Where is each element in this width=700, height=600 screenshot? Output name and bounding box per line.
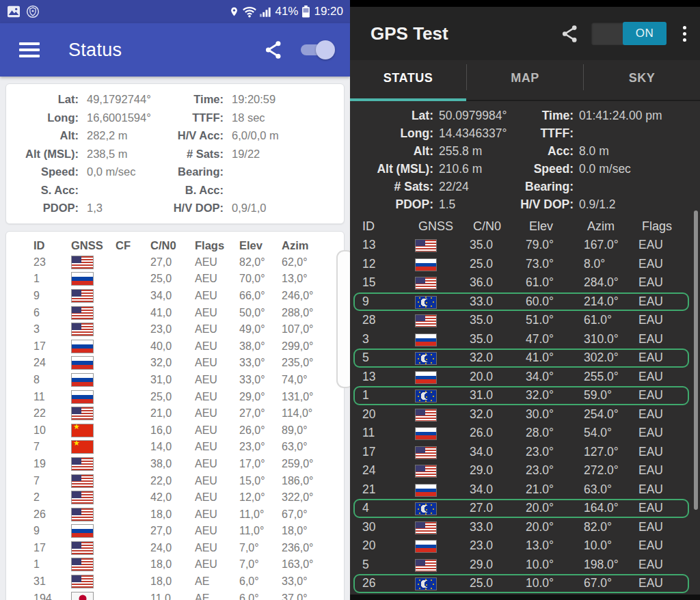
- sat-flags-cell: AEU: [195, 558, 239, 571]
- eu-flag-icon: [415, 577, 437, 590]
- ru-flag-icon: [71, 390, 94, 404]
- gnss-cell: [415, 538, 470, 553]
- sat-elev-cell: 41.0°: [526, 351, 584, 365]
- sat-elev-cell: 20.0°: [526, 520, 584, 534]
- gps-field-value: 282,2 m: [87, 126, 163, 145]
- gps-toggle-switch[interactable]: [301, 44, 331, 56]
- wifi-icon: [243, 6, 256, 18]
- sat-elev-cell: 34.0°: [526, 370, 584, 384]
- sat-azim-cell: 198.0°: [584, 558, 638, 572]
- toggle-on-label: ON: [623, 22, 667, 45]
- left-app-bar: Status: [0, 23, 350, 77]
- sat-id-cell: 24: [362, 463, 415, 478]
- eu-flag-icon: [415, 296, 437, 309]
- sat-id-cell: 7: [33, 475, 71, 487]
- gps-field-value: 210.6 m: [439, 160, 514, 178]
- satellite-row: 323,0AEU49,0°107,0°: [6, 321, 344, 338]
- sat-id-cell: 1: [362, 388, 415, 403]
- sat-azim-cell: 288,0°: [282, 307, 344, 319]
- sat-azim-cell: 33,0°: [282, 575, 344, 588]
- gps-on-toggle[interactable]: ON: [591, 22, 667, 45]
- sat-id-cell: 4: [362, 501, 415, 515]
- scrollbar-thumb[interactable]: [694, 210, 698, 510]
- satellite-row: 2221,0AEU27,0°114,0°: [6, 405, 344, 422]
- sat-cn0-cell: 41,0: [150, 307, 195, 319]
- gps-field-label: TTFF:: [163, 109, 232, 127]
- sat-id-cell: 17: [33, 340, 71, 353]
- scroll-indicator[interactable]: [336, 250, 350, 388]
- us-flag-icon: [415, 314, 437, 327]
- tab-map[interactable]: MAP: [467, 60, 583, 100]
- ru-flag-icon: [71, 272, 94, 286]
- column-header: CF: [116, 236, 150, 254]
- sat-id-cell: 8: [33, 374, 71, 386]
- sat-flags-cell: EAU: [638, 445, 688, 459]
- left-status-bar: 41% 19:20: [0, 0, 350, 23]
- sat-id-cell: 6: [33, 307, 71, 319]
- satellite-row: 2327,0AEU82,0°62,0°: [6, 254, 344, 271]
- sat-flags-cell: EAU: [638, 407, 688, 422]
- gps-field-label: Alt (MSL):: [350, 160, 439, 178]
- gnss-cell: [415, 463, 470, 478]
- gps-field-label: H/V DOP:: [514, 195, 579, 213]
- sat-flags-cell: AE: [195, 592, 239, 600]
- satellite-row: 2835.051.0°61.0°EAU: [353, 311, 689, 330]
- sat-flags-cell: AEU: [195, 340, 239, 353]
- us-flag-icon: [415, 465, 437, 478]
- sat-id-cell: 31: [33, 575, 71, 588]
- menu-icon[interactable]: [19, 42, 40, 57]
- sat-cn0-cell: 27.0: [470, 501, 526, 515]
- sat-flags-cell: EAU: [638, 426, 688, 440]
- right-app-bar: GPS Test ON: [350, 7, 700, 60]
- sat-azim-cell: 164.0°: [584, 501, 638, 515]
- tab-sky[interactable]: SKY: [584, 60, 700, 100]
- sat-id-cell: 9: [33, 290, 71, 302]
- sat-flags-cell: EAU: [638, 257, 688, 271]
- gnss-cell: [415, 501, 470, 515]
- sat-azim-cell: 18,0°: [282, 525, 344, 537]
- sat-azim-cell: 167.0°: [584, 238, 638, 252]
- sat-id-cell: 7: [33, 441, 71, 453]
- satellite-row-highlighted: 532.041.0°302.0°EAU: [353, 349, 689, 368]
- gnss-cell: [71, 272, 116, 286]
- satellite-row: 1225.073.0°8.0°EAU: [353, 255, 689, 274]
- sat-id-cell: 194: [33, 592, 71, 600]
- sat-cn0-cell: 32,0: [150, 357, 195, 369]
- gps-field-value: 0.0 m/sec: [579, 160, 700, 178]
- sat-cn0-cell: 32.0: [470, 351, 526, 365]
- tab-status[interactable]: STATUS: [350, 60, 466, 100]
- sat-elev-cell: 7,0°: [239, 542, 282, 554]
- sat-cn0-cell: 16,0: [150, 424, 195, 437]
- sat-azim-cell: 61.0°: [584, 313, 638, 327]
- sat-cn0-cell: 21,0: [150, 407, 195, 420]
- satellite-row: 118,0AEU7,0°163,0°: [6, 556, 344, 573]
- gnss-cell: [415, 482, 470, 497]
- sat-id-cell: 17: [33, 542, 71, 554]
- us-flag-icon: [71, 575, 94, 588]
- us-flag-icon: [415, 239, 437, 252]
- sat-flags-cell: AEU: [195, 323, 239, 336]
- sat-azim-cell: 127.0°: [584, 445, 638, 459]
- gnss-cell: [415, 445, 470, 459]
- gps-field-label: PDOP:: [6, 199, 87, 217]
- gps-field-label: B. Acc:: [163, 181, 232, 200]
- satellite-row: 1016,0AEU26,0°89,0°: [6, 422, 344, 439]
- shield-location-icon: [26, 5, 40, 18]
- sat-id-cell: 9: [362, 295, 415, 309]
- sat-azim-cell: 67.0°: [584, 576, 638, 590]
- share-icon[interactable]: [264, 40, 283, 60]
- gps-field-value: 14.4346337°: [439, 124, 514, 142]
- us-flag-icon: [415, 559, 437, 572]
- cell-signal-icon: [260, 6, 271, 17]
- sat-elev-cell: 32.0°: [526, 388, 584, 403]
- sat-id-cell: 21: [362, 482, 415, 497]
- gps-field-label: # Sats:: [350, 178, 439, 195]
- sat-flags-cell: EAU: [638, 520, 688, 534]
- gnss-cell: [415, 295, 470, 309]
- sat-azim-cell: 59.0°: [584, 388, 638, 403]
- satellite-row: 714,0AEU23,0°63,0°: [6, 439, 344, 456]
- overflow-menu-icon[interactable]: [679, 23, 690, 44]
- satellite-table-body: 2327,0AEU82,0°62,0°125,0AEU70,0°13,0°934…: [6, 254, 344, 600]
- share-icon[interactable]: [561, 24, 579, 44]
- sat-id-cell: 5: [362, 351, 415, 365]
